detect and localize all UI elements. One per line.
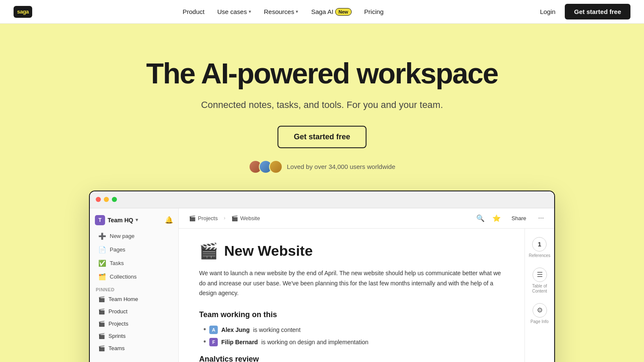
hero-title: The AI-powered workspace: [8, 58, 636, 89]
bell-icon[interactable]: 🔔: [165, 216, 173, 224]
sidebar-item-teams[interactable]: 🎬 Teams: [92, 343, 176, 354]
app-window: T Team HQ ▾ 🔔 ➕ New page 📄 Pages ✅: [89, 191, 555, 362]
sidebar-item-label: Pages: [110, 246, 125, 253]
toc-button[interactable]: ☰ Table of Content: [525, 264, 554, 297]
titlebar: [90, 191, 554, 208]
list-item: • F Filip Bernard is working on design a…: [199, 337, 504, 346]
contributor-name: Filip Bernard: [221, 339, 258, 345]
main-toolbar: 🎬 Projects › 🎬 Website 🔍 ⭐ Share ·: [179, 208, 554, 229]
breadcrumb-website[interactable]: 🎬 Website: [228, 213, 264, 223]
sidebar-item-projects[interactable]: 🎬 Projects: [92, 318, 176, 329]
sidebar-item-tasks[interactable]: ✅ Tasks: [92, 257, 176, 270]
logo[interactable]: saga: [14, 6, 32, 18]
more-button[interactable]: ···: [535, 212, 547, 224]
toc-label: Table of Content: [527, 284, 552, 294]
collections-icon: 🗂️: [98, 273, 106, 281]
product-icon: 🎬: [98, 308, 105, 315]
pinned-section-label: Pinned: [90, 284, 178, 293]
sidebar-item-label: New page: [110, 233, 135, 239]
breadcrumb-projects[interactable]: 🎬 Projects: [186, 213, 221, 223]
sidebar-item-label: Tasks: [110, 260, 124, 266]
references-button[interactable]: 1 References: [527, 234, 552, 262]
social-proof-text: Loved by over 34,000 users worldwide: [287, 163, 395, 170]
share-button[interactable]: Share: [506, 213, 531, 224]
editor-area: 🎬 New Website We want to launch a new we…: [179, 229, 554, 362]
nav-pricing[interactable]: Pricing: [359, 6, 389, 18]
hero-cta-button[interactable]: Get started free: [278, 126, 366, 148]
hero-section: The AI-powered workspace Connected notes…: [0, 24, 644, 191]
nav-saga-ai[interactable]: Saga AI New: [306, 6, 356, 18]
get-started-button[interactable]: Get started free: [565, 4, 630, 19]
page-info-icon: ⚙: [533, 303, 547, 318]
sidebar-item-label: Sprints: [108, 333, 125, 339]
new-badge: New: [335, 8, 352, 16]
login-button[interactable]: Login: [534, 6, 561, 18]
page-emoji: 🎬: [199, 242, 218, 260]
breadcrumb-separator: ›: [224, 215, 225, 221]
page-info-label: Page Info: [530, 319, 549, 324]
sidebar-item-label: Team Home: [108, 296, 138, 302]
sidebar-item-label: Teams: [108, 345, 125, 351]
close-dot: [96, 197, 101, 202]
sprints-icon: 🎬: [98, 333, 105, 339]
page-info-button[interactable]: ⚙ Page Info: [529, 300, 550, 328]
chevron-down-icon: ▾: [136, 217, 138, 223]
sidebar-item-product[interactable]: 🎬 Product: [92, 306, 176, 317]
sidebar-item-label: Product: [108, 308, 128, 315]
pages-icon: 📄: [98, 246, 106, 254]
app-body: T Team HQ ▾ 🔔 ➕ New page 📄 Pages ✅: [90, 208, 554, 362]
toc-icon: ☰: [533, 268, 547, 282]
right-panel: 1 References ☰ Table of Content ⚙ Page I…: [525, 229, 554, 362]
references-count: 1: [532, 237, 547, 251]
sidebar-header: T Team HQ ▾ 🔔: [90, 213, 178, 229]
editor-main[interactable]: 🎬 New Website We want to launch a new we…: [179, 229, 525, 362]
sidebar-item-new-page[interactable]: ➕ New page: [92, 230, 176, 243]
page-title: New Website: [224, 243, 313, 259]
workspace-button[interactable]: T Team HQ ▾: [95, 215, 138, 225]
nav-use-cases[interactable]: Use cases ▾: [212, 6, 256, 18]
navbar: saga Product Use cases ▾ Resources ▾ Sag…: [0, 0, 644, 24]
breadcrumbs: 🎬 Projects › 🎬 Website: [186, 213, 264, 223]
team-home-icon: 🎬: [98, 296, 105, 302]
sidebar-item-collections[interactable]: 🗂️ Collections: [92, 271, 176, 283]
page-body: We want to launch a new website by the e…: [199, 268, 504, 298]
user-badge-f: F: [209, 338, 218, 346]
projects-breadcrumb-icon: 🎬: [189, 215, 196, 221]
contributor-name: Alex Jung: [221, 326, 250, 333]
website-breadcrumb-icon: 🎬: [231, 215, 238, 221]
minimize-dot: [104, 197, 109, 202]
hero-subtitle: Connected notes, tasks, and tools. For y…: [8, 99, 636, 111]
teams-icon: 🎬: [98, 345, 105, 351]
chevron-icon: ▾: [249, 9, 251, 14]
logo-icon: saga: [14, 6, 32, 18]
main-content: 🎬 Projects › 🎬 Website 🔍 ⭐ Share ·: [179, 208, 554, 362]
sidebar-item-pages[interactable]: 📄 Pages: [92, 243, 176, 256]
sidebar-item-sprints[interactable]: 🎬 Sprints: [92, 330, 176, 342]
avatar-group: [249, 160, 283, 174]
list-item: • A Alex Jung is working content: [199, 325, 504, 334]
page-title-row: 🎬 New Website: [199, 242, 504, 260]
nav-resources[interactable]: Resources ▾: [259, 6, 304, 18]
nav-links: Product Use cases ▾ Resources ▾ Saga AI …: [178, 6, 389, 18]
contributor-action: is working content: [253, 326, 300, 333]
star-button[interactable]: ⭐: [490, 212, 503, 224]
projects-icon: 🎬: [98, 321, 105, 327]
contributor-action: is working on design and implementation: [261, 339, 369, 345]
tasks-icon: ✅: [98, 260, 106, 267]
nav-right: Login Get started free: [534, 4, 630, 19]
search-button[interactable]: 🔍: [474, 212, 487, 224]
maximize-dot: [112, 197, 117, 202]
references-label: References: [529, 253, 550, 258]
bullet-dot: •: [203, 337, 206, 346]
chevron-icon: ▾: [296, 9, 298, 14]
analytics-heading: Analytics review: [199, 355, 504, 362]
sidebar-item-label: Projects: [108, 321, 128, 327]
workspace-name: Team HQ: [108, 217, 133, 224]
sidebar: T Team HQ ▾ 🔔 ➕ New page 📄 Pages ✅: [90, 208, 179, 362]
sidebar-item-label: Collections: [110, 274, 137, 280]
avatar: [269, 160, 283, 174]
workspace-icon: T: [95, 215, 105, 225]
nav-product[interactable]: Product: [178, 6, 210, 18]
toolbar-actions: 🔍 ⭐ Share ···: [474, 212, 547, 224]
sidebar-item-team-home[interactable]: 🎬 Team Home: [92, 293, 176, 305]
